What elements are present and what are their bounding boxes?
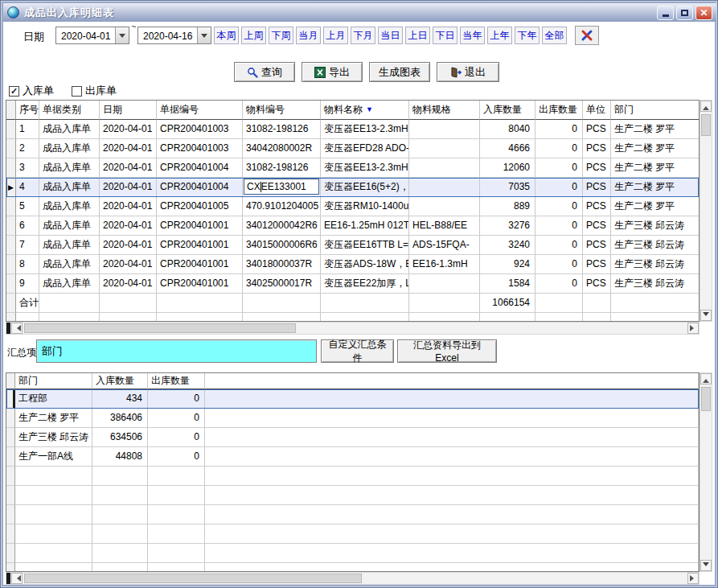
table-cell[interactable]: 889 [480,197,535,216]
table-cell[interactable]: 6 [16,216,39,236]
table-cell[interactable]: 成品入库单 [39,274,100,294]
table-cell[interactable]: 变压器EE13-2.3mH， [321,120,409,139]
table-cell[interactable]: PCS [583,236,611,255]
summary-table-vscrollbar[interactable] [700,372,712,572]
chevron-down-icon[interactable] [197,27,211,43]
table-cell[interactable]: 2020-04-01 [100,216,157,236]
table-cell[interactable]: 2020-04-01 [100,255,157,274]
export-button[interactable]: 导出 [302,62,363,82]
table-cell[interactable]: 1 [16,120,39,139]
table-cell[interactable] [409,178,480,197]
summary-cell[interactable]: 44808 [92,447,148,467]
summary-cell[interactable]: 生产二楼 罗平 [15,409,92,428]
table-cell[interactable]: EE16-1.25mH 012T-6 [321,216,409,236]
table-cell[interactable]: 成品入库单 [39,178,100,197]
vscroll-thumb[interactable] [701,387,711,411]
table-cell[interactable]: 31082-198126 [243,120,321,139]
table-cell[interactable]: 1584 [480,274,535,294]
summary-field-input[interactable]: 部门 [36,339,317,363]
table-cell[interactable] [409,158,480,178]
column-header[interactable]: 入库数量 [480,101,535,120]
table-cell[interactable] [409,197,480,216]
table-cell[interactable]: 924 [480,255,535,274]
quick-link-8[interactable]: 上日 [405,27,430,44]
table-cell[interactable]: 变压器EE16TTB L=1.6 [321,236,409,255]
summary-export-excel-button[interactable]: 汇总资料导出到Excel [397,339,497,363]
table-cell[interactable]: 2020-04-01 [100,139,157,158]
table-cell[interactable]: 生产二楼 罗平 [611,158,700,178]
summary-row[interactable]: 生产三楼 邱云涛6345060 [6,428,699,447]
table-cell[interactable] [409,120,480,139]
column-header[interactable]: 物料规格 [409,101,480,120]
tools-button[interactable] [575,26,599,45]
summary-cell[interactable]: 生产一部A线 [15,447,92,467]
table-cell[interactable]: 生产三楼 邱云涛 [611,216,700,236]
table-cell[interactable]: PCS [583,139,611,158]
table-cell[interactable]: 变压器ADS-18W，EE [321,255,409,274]
quick-link-3[interactable]: 下周 [269,27,293,44]
detail-table-vscrollbar[interactable] [700,100,712,322]
table-cell[interactable]: 4 [16,178,39,197]
column-header[interactable]: 日期 [100,101,157,120]
table-cell[interactable]: 变压器EE16(5+2)，1.5 [321,178,409,197]
scroll-right-button[interactable] [687,573,699,584]
table-cell[interactable] [409,139,480,158]
table-cell[interactable]: 5 [16,197,39,216]
table-cell[interactable]: CPR200401001 [157,255,243,274]
table-row[interactable]: 8成品入库单2020-04-01CPR20040100134018000037R… [6,255,699,274]
summary-cell[interactable]: 634506 [92,428,148,447]
table-cell[interactable]: ADS-15FQA- [409,236,480,255]
summary-row[interactable]: 工程部4340 [6,389,699,409]
table-cell[interactable]: 3 [16,158,39,178]
table-cell[interactable]: 0 [535,120,583,139]
table-cell[interactable]: 2020-04-01 [100,178,157,197]
scroll-left-button[interactable] [11,573,23,584]
date-to-select[interactable]: 2020-04-16 [137,27,211,44]
table-cell[interactable]: 8040 [480,120,535,139]
generate-chart-button[interactable]: 生成图表 [369,62,430,82]
table-cell[interactable]: 成品入库单 [39,120,100,139]
column-header[interactable]: 单据类别 [39,101,100,120]
table-cell[interactable]: 0 [535,139,583,158]
table-cell[interactable]: 34018000037R [243,255,321,274]
table-cell[interactable]: 34025000017R [243,274,321,294]
chevron-down-icon[interactable] [115,27,129,43]
table-cell[interactable]: CPR200401004 [157,158,243,178]
column-header[interactable]: 物料编号 [243,101,321,120]
cell-editor[interactable]: CXEE133001 [244,179,319,195]
table-row[interactable]: 6成品入库单2020-04-01CPR20040100134012000042R… [6,216,699,236]
table-cell[interactable]: 31082-198126 [243,158,321,178]
quick-link-1[interactable]: 本周 [214,27,239,44]
table-cell[interactable]: 成品入库单 [39,139,100,158]
summary-cell[interactable]: 0 [148,409,205,428]
table-cell[interactable]: CPR200401001 [157,274,243,294]
table-cell[interactable]: 变压器EE13-2.3mH， [321,158,409,178]
quick-link-6[interactable]: 下月 [351,27,375,44]
table-cell[interactable]: CPR200401003 [157,139,243,158]
summary-cell[interactable]: 0 [148,428,205,447]
column-header[interactable]: 出库数量 [535,101,583,120]
vscroll-thumb[interactable] [701,114,711,136]
summary-row[interactable]: 生产一部A线448080 [6,447,699,467]
column-header[interactable]: 入库数量 [92,373,148,389]
quick-link-12[interactable]: 下年 [515,27,540,44]
column-header[interactable]: 单位 [583,101,611,120]
table-cell[interactable]: PCS [583,120,611,139]
table-row[interactable]: 2成品入库单2020-04-01CPR20040100334042080002R… [6,139,699,158]
table-cell[interactable]: PCS [583,274,611,294]
hscroll-thumb[interactable] [24,323,296,333]
table-cell[interactable]: 7 [16,236,39,255]
table-cell[interactable]: 3276 [480,216,535,236]
summary-cell[interactable]: 386406 [92,409,148,428]
quick-link-11[interactable]: 上年 [487,27,512,44]
summary-table-hscrollbar[interactable] [6,572,700,585]
table-cell[interactable]: 34042080002R [243,139,321,158]
table-cell[interactable]: EE16-1.3mH [409,255,480,274]
inbound-checkbox[interactable]: ✓ [9,86,19,97]
outbound-checkbox[interactable] [72,86,82,97]
column-header[interactable]: 单据编号 [157,101,243,120]
splitter-handle[interactable] [6,323,10,334]
table-cell[interactable]: 12060 [480,158,535,178]
table-cell[interactable]: CPR200401001 [157,216,243,236]
table-cell[interactable]: 34015000006R6 [243,236,321,255]
